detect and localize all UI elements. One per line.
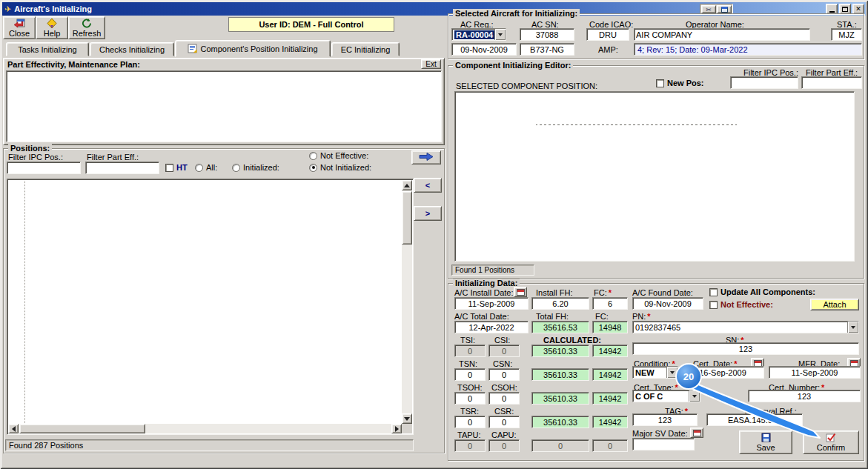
install-fh-field[interactable] (531, 297, 589, 310)
position-row[interactable]: 598521-60-51-0101ZONE TEMPERATURE CONTRO… (9, 417, 401, 423)
position-row[interactable]: 528421-51-14-0202WATER EXTRACTOR - RH (9, 364, 401, 375)
filter-ipc-input[interactable] (7, 162, 81, 174)
position-row[interactable]: 976701-01-01-111RHSOCKET TOOL (9, 213, 401, 224)
scroll-left-icon[interactable] (8, 424, 19, 433)
ac-total-date-field[interactable] (454, 321, 529, 333)
horizontal-scrollbar[interactable] (8, 424, 402, 433)
position-row[interactable]: 748621-51-52LHSENSOR-PACK TEMP (9, 374, 401, 385)
position-row[interactable]: 508921-51-10-01RHTEMP CONTROL VALVE - RH (9, 299, 401, 310)
radio-all[interactable]: All: (195, 163, 217, 172)
ac-install-date-field[interactable] (454, 297, 529, 310)
editor-tree-node-amp-plan[interactable]: 4; Rev.: 15; Date: 09-Mar-2022 - Aircraf… (455, 104, 854, 115)
tsoh-field[interactable] (454, 392, 486, 405)
radio-initialized[interactable]: Initialized: (232, 163, 279, 172)
attach-button[interactable]: Attach (810, 299, 859, 310)
position-row[interactable]: 508821-51-10-01LHTEMP CONTROL VALVE - LH (9, 288, 401, 299)
scroll-down-icon[interactable] (402, 413, 412, 424)
editor-filter-part-input[interactable] (801, 76, 862, 89)
filter-part-input[interactable] (85, 162, 159, 174)
code-icao-field[interactable] (586, 28, 629, 41)
window-tool-icon[interactable] (717, 5, 732, 13)
ac-sn-field[interactable] (520, 28, 574, 41)
tab-tasks-initializing[interactable]: Tasks Initializing (6, 42, 89, 56)
dropdown-arrow-icon[interactable] (494, 29, 506, 40)
ht-checkbox-box[interactable] (165, 164, 173, 172)
editor-selected-row[interactable]: 976801-01-01-111LHSOCKET TOOL (455, 115, 854, 125)
ht-checkbox[interactable]: HT (165, 163, 188, 172)
scroll-up-icon[interactable] (402, 180, 412, 190)
install-fc-field[interactable] (592, 297, 628, 310)
pn-combo[interactable]: 0192837465 (632, 321, 859, 333)
vertical-scrollbar[interactable] (402, 180, 412, 424)
position-row[interactable]: 528321-51-14-0101WATER EXTRACTOR - LH (9, 353, 401, 364)
position-row[interactable]: 508721-51-02-0202AIR CO ACCESSORY UNIT -… (9, 278, 401, 289)
dropdown-arrow-icon[interactable] (666, 367, 677, 378)
position-row[interactable]: 976801-01-01-111LHSOCKET TOOL (9, 202, 401, 213)
tab-components-position-initializing[interactable]: Component's Position Initializing (175, 40, 331, 57)
approval-ref-field[interactable] (706, 413, 803, 426)
operator-name-field[interactable] (634, 28, 810, 41)
position-row[interactable]: 364921-25-02-08LHRECIRCULATION FAN-LH (9, 245, 401, 256)
position-row[interactable]: 977002-02-02-02RHSUPER SOCKET TOOL (9, 224, 401, 235)
tree-node-amp-root[interactable]: 4; Rev.: 15; Date: 09-Mar-2022 (9, 181, 401, 192)
tab-checks-initializing[interactable]: Checks Initializing (90, 42, 174, 56)
ac-type-field[interactable] (520, 43, 574, 56)
total-fh-field[interactable] (531, 321, 589, 333)
tree-node-amp-plan[interactable]: 4; Rev.: 15; Date: 09-Mar-2022 - Aircraf… (9, 192, 401, 203)
csn-field[interactable] (488, 368, 520, 381)
editor-tree-node-amp-root[interactable]: 4; Rev.: 15; Date: 09-Mar-2022 (455, 94, 854, 104)
scissors-icon[interactable]: ✂ (701, 5, 716, 13)
refresh-button[interactable]: Refresh (68, 16, 105, 39)
radio-not-initialized[interactable]: Not Initialized: (309, 163, 371, 172)
csoh-field[interactable] (488, 392, 520, 405)
tree-node-part-effectivity[interactable]: Part Effectivity: (7, 73, 441, 83)
condition-combo[interactable]: NEW (632, 366, 678, 379)
major-sv-date-field[interactable] (632, 438, 695, 450)
minimize-button[interactable] (826, 4, 838, 14)
tab-ec-initializing[interactable]: EC Initializing (331, 42, 400, 56)
update-all-components-checkbox[interactable]: Update All Components: (709, 287, 815, 296)
sn-field[interactable] (632, 342, 859, 355)
move-right-button[interactable]: > (414, 206, 442, 221)
not-effective-checkbox[interactable]: Not Effective: (709, 300, 773, 309)
position-row[interactable]: 514521-51-11-02RHSTBY PACK TEMP VALVE - … (9, 321, 401, 332)
cert-type-combo[interactable]: C OF C (632, 390, 700, 402)
position-row[interactable]: 369021-51-52-01RHRAM AIR TEMP SENSOR - R… (9, 407, 401, 418)
ext-button[interactable]: Ext (421, 59, 441, 69)
position-row[interactable]: 748721-51-12-01RHCONDENSER HEAT EXCHANGE… (9, 342, 401, 353)
position-row[interactable]: 514421-51-11-02LHSTBY PACK TEMP VALVE - … (9, 310, 401, 321)
maximize-button[interactable] (839, 4, 851, 14)
total-fc-field[interactable] (592, 321, 628, 333)
ac-found-date-field[interactable] (632, 297, 703, 310)
position-row[interactable]: 1077111-11-11-111TEST2 (9, 235, 401, 246)
tsr-field[interactable] (454, 416, 486, 428)
help-button[interactable]: Help (36, 16, 68, 39)
sta-field[interactable] (831, 28, 862, 41)
cert-number-field[interactable] (748, 390, 861, 402)
new-pos-checkbox[interactable]: New Pos: (656, 79, 704, 87)
confirm-button[interactable]: Confirm (803, 430, 859, 454)
move-left-button[interactable]: < (414, 178, 442, 193)
dropdown-arrow-icon[interactable] (689, 390, 700, 402)
csr-field[interactable] (488, 416, 520, 428)
position-row[interactable]: 747821-51-12-01LHCONDENSER HEAT EXCHANGE… (9, 331, 401, 342)
ac-install-date-calendar-icon[interactable] (514, 287, 527, 297)
position-row[interactable]: 366521-33-04-01ALTITUDE WARNING SWITCH (9, 267, 401, 278)
ac-reg-combo[interactable]: RA-00004 (451, 28, 506, 41)
editor-filter-ipc-input[interactable] (730, 76, 798, 89)
position-row[interactable]: 365021-25-03-01LHRECIRCULATION FAN CHECK… (9, 256, 401, 267)
major-sv-date-calendar-icon[interactable] (690, 428, 703, 438)
cert-date-field[interactable] (681, 366, 764, 379)
position-row[interactable]: 368921-51-52-01LHRAM AIR TEMP SENSOR - L… (9, 396, 401, 407)
vertical-scroll-thumb[interactable] (402, 191, 412, 245)
position-row[interactable]: 748521-51-52RHSENSOR-PACK TEMP (9, 385, 401, 396)
tag-field[interactable] (632, 413, 698, 426)
mfr-date-field[interactable] (769, 366, 861, 379)
part-row[interactable]: 206640192837465123SOCKET TOOLY (7, 83, 441, 93)
save-button[interactable]: Save (739, 430, 792, 454)
close-window-button[interactable]: ✕ (852, 4, 864, 14)
move-to-editor-button[interactable] (411, 150, 441, 164)
radio-not-effective[interactable]: Not Effective: (309, 151, 368, 160)
dropdown-arrow-icon[interactable] (847, 322, 858, 333)
ac-date-field[interactable] (451, 43, 517, 56)
